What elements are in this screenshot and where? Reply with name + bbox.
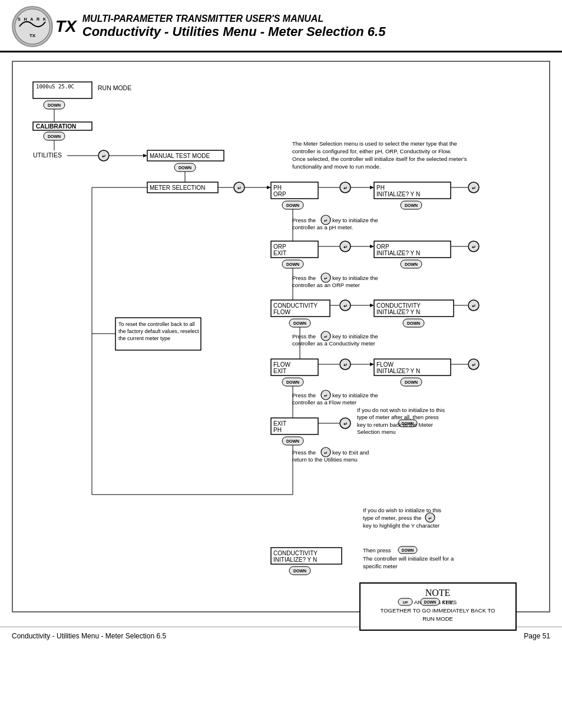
svg-text:The Meter Selection menu is us: The Meter Selection menu is used to sele… [292,140,457,147]
svg-text:↵: ↵ [472,363,476,368]
svg-text:FLOW: FLOW [273,361,290,368]
svg-text:DOWN: DOWN [178,166,191,170]
svg-text:INITIALIZE?    Y N: INITIALIZE? Y N [376,309,420,315]
svg-text:↵: ↵ [343,186,348,191]
svg-text:TX: TX [29,33,36,38]
svg-text:DOWN: DOWN [402,548,414,552]
svg-text:↵: ↵ [343,363,348,368]
svg-text:return to the Utilities menu: return to the Utilities menu [292,456,358,463]
svg-text:DOWN: DOWN [405,262,418,266]
svg-text:DOWN: DOWN [286,380,299,384]
svg-text:NOTE: NOTE [425,588,451,598]
svg-text:DOWN: DOWN [293,321,306,325]
svg-text:key to initialize the: key to initialize the [332,333,378,340]
svg-text:specific meter: specific meter [363,563,398,569]
svg-text:Press the: Press the [292,217,316,223]
svg-marker-113 [370,363,374,366]
svg-text:key to initialize the: key to initialize the [332,275,378,281]
svg-text:INITIALIZE?    Y N: INITIALIZE? Y N [376,250,420,256]
svg-text:FLOW: FLOW [376,361,394,368]
svg-text:MANUAL TEST MODE: MANUAL TEST MODE [150,153,210,159]
svg-text:UTILITIES: UTILITIES [33,151,62,159]
svg-text:controller as a Conductivity m: controller as a Conductivity meter [292,340,375,347]
svg-text:DOWN: DOWN [48,134,61,139]
svg-text:Once selected, the controller : Once selected, the controller will initi… [292,156,467,162]
svg-text:DOWN: DOWN [405,380,418,384]
svg-text:DOWN: DOWN [407,321,420,325]
svg-text:TOGETHER TO GO IMMEDIATELY BAC: TOGETHER TO GO IMMEDIATELY BACK TO [381,607,495,614]
svg-text:the factory default values, re: the factory default values, reselect [118,328,199,334]
svg-text:FLOW: FLOW [273,309,290,315]
svg-text:INITIALIZE?  Y  N: INITIALIZE? Y N [273,556,317,563]
svg-text:type of meter after all, then : type of meter after all, then press [357,414,439,420]
svg-text:controller as a Flow meter: controller as a Flow meter [292,399,356,406]
header-title1: MULTI-PARAMETER TRANSMITTER USER'S MANUA… [82,14,386,24]
svg-text:↵: ↵ [343,245,348,250]
svg-text:UP: UP [403,601,408,604]
svg-text:RUN MODE: RUN MODE [98,84,131,91]
svg-text:Press the: Press the [292,392,316,398]
svg-text:type of meter, press the: type of meter, press the [363,515,421,521]
svg-text:EXIT: EXIT [273,368,286,374]
svg-text:controller as a pH meter.: controller as a pH meter. [292,224,353,230]
svg-marker-41 [370,186,374,189]
svg-text:↵: ↵ [472,245,476,250]
svg-text:key to return back to the Mete: key to return back to the Meter [357,421,433,428]
svg-text:RUN MODE: RUN MODE [422,615,453,622]
svg-text:Press the: Press the [292,449,316,456]
svg-text:↵: ↵ [324,394,328,398]
svg-text:PH: PH [273,427,282,433]
svg-text:the current meter type: the current meter type [118,335,170,341]
svg-text:controller is configured for, : controller is configured for, either pH,… [292,148,451,154]
svg-text:EXIT: EXIT [273,250,286,256]
svg-text:CALIBRATION: CALIBRATION [36,123,76,130]
footer-right: Page 51 [524,632,550,640]
header-title2: Conductivity - Utilities Menu - Meter Se… [82,24,386,39]
svg-text:Selection menu: Selection menu [357,429,395,435]
svg-text:↵: ↵ [428,516,432,521]
header: S H A R K TX TX MULTI-PARAMETER TRANSMIT… [0,0,562,52]
diagram-svg: 1000uS 25.0C RUN MODE DOWN CALIBRATION D… [21,70,534,601]
svg-text:key to highlight the Y charact: key to highlight the Y character [363,522,439,529]
svg-text:EXIT: EXIT [273,420,286,427]
svg-text:If you do not wish to initiali: If you do not wish to initialize to this [357,407,445,413]
svg-text:DOWN: DOWN [293,569,306,573]
svg-text:The controller will initialize: The controller will initialize itself fo… [363,555,454,562]
svg-text:To reset the controller back t: To reset the controller back to all [118,321,195,327]
svg-text:DOWN: DOWN [286,203,299,207]
svg-text:ORP: ORP [376,243,389,250]
svg-text:↵: ↵ [472,186,476,191]
footer-left: Conductivity - Utilities Menu - Meter Se… [12,632,166,640]
svg-text:Press the: Press the [292,333,316,340]
svg-text:↵: ↵ [472,304,476,309]
svg-text:DOWN: DOWN [286,262,299,266]
svg-text:PH: PH [376,185,385,191]
svg-text:controller as an ORP meter: controller as an ORP meter [292,282,360,288]
svg-text:↵: ↵ [237,186,242,191]
svg-text:functionality and move to run : functionality and move to run mode. [292,163,381,170]
svg-marker-65 [370,245,374,248]
svg-marker-31 [267,186,271,189]
svg-text:↵: ↵ [343,421,348,427]
svg-text:CONDUCTIVITY: CONDUCTIVITY [273,550,318,556]
svg-text:key to Exit and: key to Exit and [332,449,369,456]
diagram-box: 1000uS 25.0C RUN MODE DOWN CALIBRATION D… [12,61,550,612]
tx-label: TX [55,17,77,36]
svg-text:key to initialize the: key to initialize the [332,392,378,398]
logo-circle: S H A R K TX [12,6,53,47]
svg-text:PH: PH [273,185,282,191]
svg-text:↵: ↵ [324,335,328,339]
svg-text:↵: ↵ [102,154,106,159]
svg-text:S H A R K: S H A R K [18,17,47,21]
main-content: 1000uS 25.0C RUN MODE DOWN CALIBRATION D… [0,52,562,621]
svg-text:1000uS  25.0C: 1000uS 25.0C [36,84,74,90]
svg-text:↵: ↵ [324,276,328,281]
svg-text:CONDUCTIVITY: CONDUCTIVITY [376,302,421,309]
svg-text:↵: ↵ [343,304,348,309]
svg-marker-19 [143,154,147,157]
svg-text:DOWN: DOWN [286,439,299,443]
svg-text:DOWN: DOWN [48,103,61,107]
svg-text:INITIALIZE?    Y N: INITIALIZE? Y N [376,191,420,197]
svg-text:↵: ↵ [324,219,328,223]
svg-text:↵: ↵ [324,451,328,455]
